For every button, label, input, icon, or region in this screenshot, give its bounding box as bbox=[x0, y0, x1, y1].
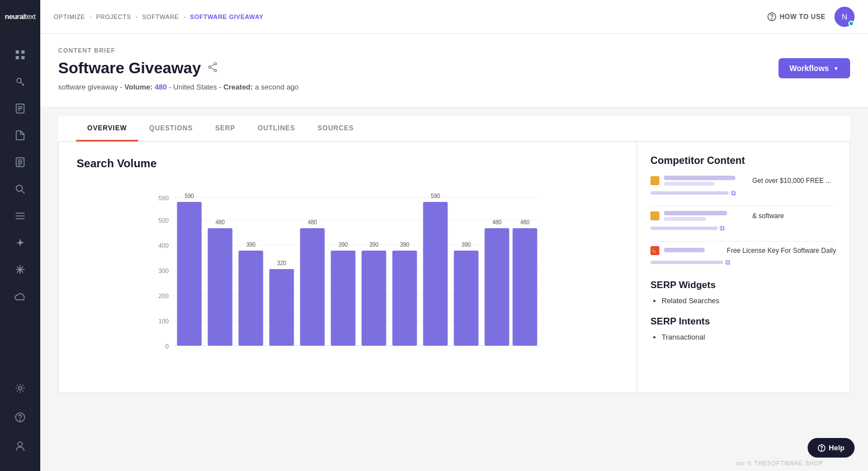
tab-questions[interactable]: QUESTIONS bbox=[138, 116, 204, 142]
help-circle-icon[interactable] bbox=[9, 406, 31, 428]
favicon-3: 🎁 bbox=[650, 246, 659, 255]
tab-serp[interactable]: SERP bbox=[204, 116, 247, 142]
svg-rect-62 bbox=[331, 251, 356, 346]
svg-text:390: 390 bbox=[246, 242, 256, 248]
list-doc-icon[interactable] bbox=[9, 151, 31, 173]
svg-text:390: 390 bbox=[338, 242, 348, 248]
svg-rect-56 bbox=[270, 269, 294, 346]
serp-widgets-section: SERP Widgets Related Searches bbox=[650, 280, 836, 305]
svg-text:Dec: Dec bbox=[400, 351, 410, 351]
search-icon[interactable] bbox=[9, 178, 31, 200]
edit-doc-icon[interactable] bbox=[9, 124, 31, 147]
tab-sources[interactable]: SOURCES bbox=[306, 116, 365, 142]
tab-outlines[interactable]: OUTLINES bbox=[247, 116, 306, 142]
svg-rect-0 bbox=[16, 50, 19, 54]
sidebar-bottom bbox=[9, 375, 31, 464]
user-icon[interactable] bbox=[9, 435, 31, 458]
svg-rect-59 bbox=[300, 228, 325, 346]
svg-line-32 bbox=[211, 68, 214, 70]
sparkle-icon[interactable] bbox=[9, 258, 31, 281]
svg-point-27 bbox=[771, 18, 772, 19]
help-button[interactable]: Help bbox=[808, 438, 855, 458]
svg-rect-3 bbox=[21, 56, 25, 59]
comp-text-1: Get over $10,000 FREE ... bbox=[752, 177, 836, 185]
grid-icon[interactable] bbox=[9, 44, 31, 66]
ai-icon[interactable] bbox=[9, 232, 31, 254]
tabs-container: OVERVIEW QUESTIONS SERP OUTLINES SOURCES bbox=[58, 116, 850, 142]
comp-text-3: Free License Key For Software Daily bbox=[727, 247, 836, 255]
page-title: Software Giveaway bbox=[58, 59, 218, 77]
avatar-status-dot bbox=[848, 21, 854, 26]
svg-text:390: 390 bbox=[400, 242, 409, 248]
svg-rect-74 bbox=[454, 251, 479, 346]
document-icon[interactable] bbox=[9, 97, 31, 120]
svg-rect-53 bbox=[239, 251, 263, 346]
svg-rect-47 bbox=[177, 202, 202, 346]
svg-text:500: 500 bbox=[158, 217, 168, 224]
svg-text:Oct: Oct bbox=[339, 351, 348, 351]
favicon-2 bbox=[650, 211, 659, 220]
workflows-button[interactable]: Workflows ▼ bbox=[779, 58, 850, 78]
serp-widget-item: Related Searches bbox=[662, 296, 836, 305]
svg-text:Aug: Aug bbox=[277, 351, 287, 351]
share-icon[interactable] bbox=[207, 62, 218, 75]
svg-rect-50 bbox=[208, 228, 233, 346]
svg-point-29 bbox=[209, 66, 211, 68]
svg-text:Sep: Sep bbox=[308, 351, 318, 351]
external-link-icon-1[interactable]: ⧉ bbox=[731, 189, 736, 197]
svg-text:Nov: Nov bbox=[369, 351, 379, 351]
cloud-icon[interactable] bbox=[9, 285, 31, 308]
breadcrumb-software[interactable]: SOFTWARE bbox=[142, 13, 179, 20]
svg-point-30 bbox=[214, 69, 216, 72]
page-header: CONTENT BRIEF Software Giveaway Workflow… bbox=[40, 34, 868, 107]
svg-text:Feb: Feb bbox=[461, 351, 471, 351]
key-icon[interactable] bbox=[9, 70, 31, 93]
tabs: OVERVIEW QUESTIONS SERP OUTLINES SOURCES bbox=[76, 116, 832, 141]
svg-rect-77 bbox=[485, 228, 510, 346]
how-to-use-btn[interactable]: HOW TO USE bbox=[767, 12, 825, 21]
svg-text:590: 590 bbox=[158, 195, 168, 201]
svg-point-28 bbox=[214, 63, 216, 65]
svg-line-18 bbox=[22, 191, 25, 194]
breadcrumb-projects[interactable]: PROJECTS bbox=[96, 13, 131, 20]
content-area: OVERVIEW QUESTIONS SERP OUTLINES SOURCES… bbox=[40, 107, 868, 471]
chart-title: Search Volume bbox=[77, 157, 619, 170]
svg-text:480: 480 bbox=[215, 219, 225, 225]
svg-point-24 bbox=[20, 420, 21, 421]
svg-text:Jun: Jun bbox=[215, 351, 224, 351]
svg-line-31 bbox=[211, 64, 214, 67]
svg-point-25 bbox=[18, 442, 22, 446]
svg-text:480: 480 bbox=[308, 219, 317, 225]
avatar[interactable]: N bbox=[834, 7, 855, 27]
page-meta: software giveaway - Volume: 480 - United… bbox=[58, 83, 850, 91]
svg-text:390: 390 bbox=[369, 242, 379, 248]
svg-rect-71 bbox=[423, 202, 448, 346]
serp-widgets-title: SERP Widgets bbox=[650, 280, 836, 291]
external-link-icon-3[interactable]: ⧉ bbox=[725, 258, 730, 266]
svg-text:Jul: Jul bbox=[247, 351, 254, 351]
svg-text:480: 480 bbox=[492, 219, 502, 225]
svg-text:Apr: Apr bbox=[521, 351, 530, 351]
breadcrumb-current: SOFTWARE GIVEAWAY bbox=[190, 13, 264, 20]
main-content: OPTIMIZE › PROJECTS › SOFTWARE › SOFTWAR… bbox=[40, 0, 868, 471]
sidebar: neuraltext bbox=[0, 0, 40, 471]
external-link-icon-2[interactable]: ⧉ bbox=[720, 224, 725, 232]
svg-point-84 bbox=[821, 450, 822, 450]
tab-overview[interactable]: OVERVIEW bbox=[76, 116, 138, 142]
question-circle-icon bbox=[767, 12, 776, 21]
logo: neuraltext bbox=[1, 7, 40, 26]
watermark: scr © THESOFTWARE.SHOP bbox=[737, 460, 824, 467]
favicon-1 bbox=[650, 176, 659, 185]
svg-text:320: 320 bbox=[277, 260, 286, 266]
svg-text:Jan: Jan bbox=[431, 351, 440, 351]
serp-widgets-list: Related Searches bbox=[650, 296, 836, 305]
comp-text-2: & software bbox=[752, 212, 836, 220]
svg-text:300: 300 bbox=[158, 267, 168, 274]
breadcrumb-optimize[interactable]: OPTIMIZE bbox=[54, 13, 85, 20]
gear-icon[interactable] bbox=[9, 377, 31, 399]
right-panel: Competitor Content Get over $10,000 FREE… bbox=[637, 142, 850, 393]
list-icon[interactable] bbox=[9, 205, 31, 227]
bar-chart: 0 100 200 300 400 500 590 bbox=[77, 183, 619, 351]
svg-point-22 bbox=[18, 387, 22, 390]
page-title-row: Software Giveaway Workflows ▼ bbox=[58, 58, 850, 78]
